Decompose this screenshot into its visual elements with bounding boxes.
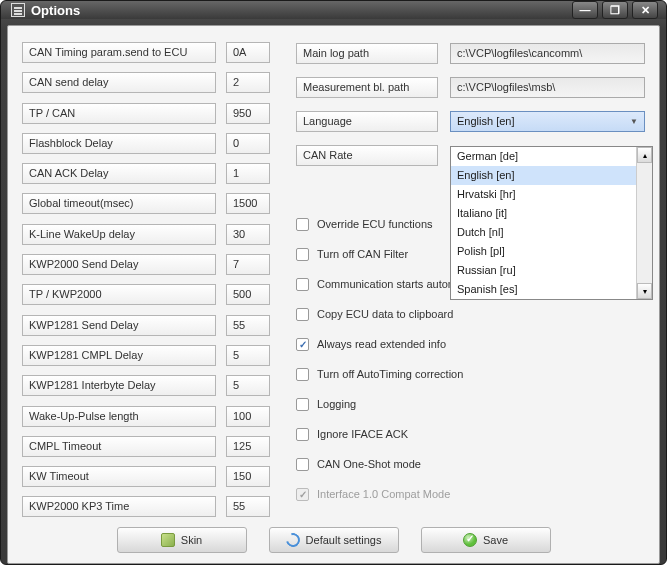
param-row: CMPL Timeout125 [22, 436, 270, 457]
param-value-input[interactable]: 5 [226, 345, 270, 366]
content-area: CAN Timing param.send to ECU0ACAN send d… [7, 25, 660, 564]
param-value-input[interactable]: 0 [226, 133, 270, 154]
checkbox[interactable]: ✓ [296, 338, 309, 351]
checkbox[interactable] [296, 428, 309, 441]
param-row: KWP2000 Send Delay7 [22, 254, 270, 275]
skin-icon [161, 533, 175, 547]
param-label: KWP2000 KP3 Time [22, 496, 216, 517]
checkbox[interactable] [296, 398, 309, 411]
param-value-input[interactable]: 7 [226, 254, 270, 275]
default-settings-button[interactable]: Default settings [269, 527, 399, 553]
language-label: Language [296, 111, 438, 132]
options-window: Options — ❐ ✕ CAN Timing param.send to E… [0, 0, 667, 565]
checkbox-label: Override ECU functions [317, 218, 433, 230]
param-row: KWP1281 CMPL Delay5 [22, 345, 270, 366]
language-dropdown-list[interactable]: German [de]English [en]Hrvatski [hr]Ital… [450, 146, 653, 300]
checkbox: ✓ [296, 488, 309, 501]
checkbox[interactable] [296, 278, 309, 291]
param-value-input[interactable]: 30 [226, 224, 270, 245]
parameters-column: CAN Timing param.send to ECU0ACAN send d… [22, 42, 270, 517]
param-value-input[interactable]: 1500 [226, 193, 270, 214]
maximize-button[interactable]: ❐ [602, 1, 628, 19]
param-row: TP / CAN950 [22, 103, 270, 124]
checkbox-row: Turn off AutoTiming correction [296, 364, 645, 384]
param-value-input[interactable]: 100 [226, 406, 270, 427]
param-value-input[interactable]: 2 [226, 72, 270, 93]
param-row: KWP1281 Interbyte Delay5 [22, 375, 270, 396]
param-value-input[interactable]: 500 [226, 284, 270, 305]
checkbox-label: Always read extended info [317, 338, 446, 350]
param-label: KWP1281 Send Delay [22, 315, 216, 336]
checkbox[interactable] [296, 368, 309, 381]
param-row: TP / KWP2000500 [22, 284, 270, 305]
checkbox-label: Ignore IFACE ACK [317, 428, 408, 440]
checkbox-row: CAN One-Shot mode [296, 454, 645, 474]
checkbox[interactable] [296, 218, 309, 231]
close-button[interactable]: ✕ [632, 1, 658, 19]
param-label: CAN ACK Delay [22, 163, 216, 184]
skin-button[interactable]: Skin [117, 527, 247, 553]
footer-buttons: Skin Default settings Save [22, 517, 645, 553]
param-label: CMPL Timeout [22, 436, 216, 457]
checkbox[interactable] [296, 308, 309, 321]
param-value-input[interactable]: 150 [226, 466, 270, 487]
language-selected-value: English [en] [457, 112, 514, 131]
scroll-down-icon[interactable]: ▾ [637, 283, 652, 299]
checkbox[interactable] [296, 458, 309, 471]
language-option[interactable]: Dutch [nl] [451, 223, 636, 242]
param-row: Flashblock Delay0 [22, 133, 270, 154]
checkbox-row: ✓Always read extended info [296, 334, 645, 354]
language-option[interactable]: Polish [pl] [451, 242, 636, 261]
param-label: Global timeout(msec) [22, 193, 216, 214]
measurement-path-input[interactable]: c:\VCP\logfiles\msb\ [450, 77, 645, 98]
checkbox-label: Logging [317, 398, 356, 410]
param-label: KWP2000 Send Delay [22, 254, 216, 275]
save-button-label: Save [483, 534, 508, 546]
checkbox-label: CAN One-Shot mode [317, 458, 421, 470]
checkbox-row: Copy ECU data to clipboard [296, 304, 645, 324]
checkbox-label: Interface 1.0 Compat Mode [317, 488, 450, 500]
param-row: KWP1281 Send Delay55 [22, 315, 270, 336]
language-option[interactable]: Hrvatski [hr] [451, 185, 636, 204]
minimize-button[interactable]: — [572, 1, 598, 19]
checkbox-row: Logging [296, 394, 645, 414]
checkbox[interactable] [296, 248, 309, 261]
main-log-path-label: Main log path [296, 43, 438, 64]
language-option[interactable]: Spanish [es] [451, 280, 636, 299]
reset-icon [283, 531, 302, 550]
default-settings-label: Default settings [306, 534, 382, 546]
param-row: CAN Timing param.send to ECU0A [22, 42, 270, 63]
main-log-path-input[interactable]: c:\VCP\logfiles\cancomm\ [450, 43, 645, 64]
param-value-input[interactable]: 950 [226, 103, 270, 124]
language-option[interactable]: Russian [ru] [451, 261, 636, 280]
param-row: K-Line WakeUp delay30 [22, 224, 270, 245]
param-value-input[interactable]: 1 [226, 163, 270, 184]
language-option[interactable]: English [en] [451, 166, 636, 185]
scroll-up-icon[interactable]: ▴ [637, 147, 652, 163]
param-label: CAN Timing param.send to ECU [22, 42, 216, 63]
language-option[interactable]: German [de] [451, 147, 636, 166]
param-row: KW Timeout150 [22, 466, 270, 487]
titlebar[interactable]: Options — ❐ ✕ [1, 1, 666, 19]
param-label: Wake-Up-Pulse length [22, 406, 216, 427]
param-value-input[interactable]: 55 [226, 315, 270, 336]
save-button[interactable]: Save [421, 527, 551, 553]
checkbox-label: Copy ECU data to clipboard [317, 308, 453, 320]
language-select[interactable]: English [en] ▼ [450, 111, 645, 132]
param-label: K-Line WakeUp delay [22, 224, 216, 245]
dropdown-scrollbar[interactable]: ▴ ▾ [636, 147, 652, 299]
param-value-input[interactable]: 125 [226, 436, 270, 457]
param-row: CAN ACK Delay1 [22, 163, 270, 184]
save-icon [463, 533, 477, 547]
checkbox-label: Turn off CAN Filter [317, 248, 408, 260]
param-label: KWP1281 Interbyte Delay [22, 375, 216, 396]
language-option[interactable]: Italiano [it] [451, 204, 636, 223]
system-menu-icon[interactable] [11, 3, 25, 17]
param-value-input[interactable]: 55 [226, 496, 270, 517]
measurement-path-label: Measurement bl. path [296, 77, 438, 98]
param-value-input[interactable]: 5 [226, 375, 270, 396]
checkbox-label: Turn off AutoTiming correction [317, 368, 463, 380]
skin-button-label: Skin [181, 534, 202, 546]
checkbox-row: Ignore IFACE ACK [296, 424, 645, 444]
param-value-input[interactable]: 0A [226, 42, 270, 63]
